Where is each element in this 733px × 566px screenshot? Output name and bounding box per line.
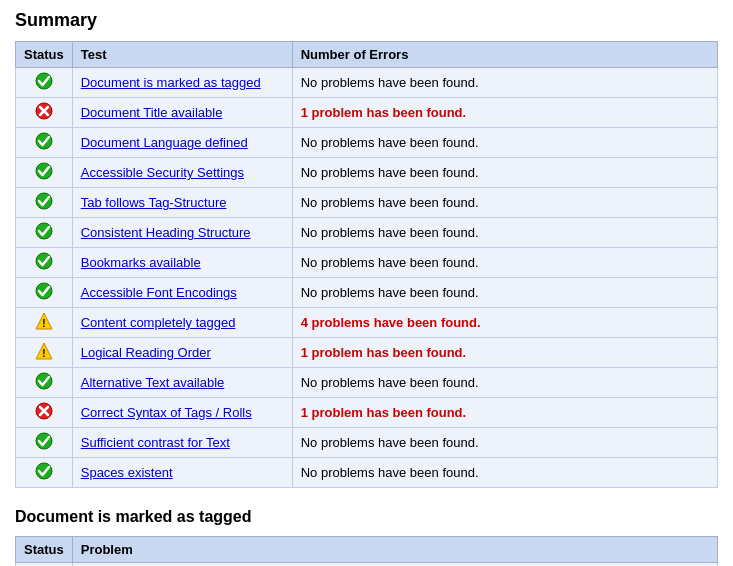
test-cell: Logical Reading Order	[72, 338, 292, 368]
warn-icon: !	[35, 318, 53, 333]
table-row: Accessible Font EncodingsNo problems hav…	[16, 278, 718, 308]
test-link[interactable]: Accessible Security Settings	[81, 165, 244, 180]
cross-icon	[35, 108, 53, 123]
test-cell: Tab follows Tag-Structure	[72, 188, 292, 218]
check-icon	[35, 372, 53, 390]
test-link[interactable]: Logical Reading Order	[81, 345, 211, 360]
error-text: 1 problem has been found.	[301, 105, 466, 120]
table-row: ! Content completely tagged4 problems ha…	[16, 308, 718, 338]
check-icon	[35, 282, 53, 300]
test-cell: Sufficient contrast for Text	[72, 428, 292, 458]
table-row: ! Logical Reading Order1 problem has bee…	[16, 338, 718, 368]
ok-text: No problems have been found.	[301, 375, 479, 390]
test-cell: Bookmarks available	[72, 248, 292, 278]
table-row: Document Language definedNo problems hav…	[16, 128, 718, 158]
detail-col-problem: Problem	[72, 537, 717, 563]
table-row: Tab follows Tag-StructureNo problems hav…	[16, 188, 718, 218]
test-link[interactable]: Content completely tagged	[81, 315, 236, 330]
col-errors: Number of Errors	[292, 42, 717, 68]
status-cell	[16, 128, 73, 158]
test-cell: Document Title available	[72, 98, 292, 128]
ok-text: No problems have been found.	[301, 285, 479, 300]
ok-text: No problems have been found.	[301, 165, 479, 180]
summary-title: Summary	[15, 10, 718, 31]
status-cell	[16, 458, 73, 488]
test-link[interactable]: Accessible Font Encodings	[81, 285, 237, 300]
test-cell: Accessible Security Settings	[72, 158, 292, 188]
status-cell	[16, 158, 73, 188]
error-cell: No problems have been found.	[292, 188, 717, 218]
status-cell	[16, 68, 73, 98]
check-icon	[35, 462, 53, 480]
test-cell: Spaces existent	[72, 458, 292, 488]
table-row: Bookmarks availableNo problems have been…	[16, 248, 718, 278]
error-cell: No problems have been found.	[292, 458, 717, 488]
test-cell: Alternative Text available	[72, 368, 292, 398]
ok-text: No problems have been found.	[301, 195, 479, 210]
col-status: Status	[16, 42, 73, 68]
test-link[interactable]: Alternative Text available	[81, 375, 225, 390]
col-test: Test	[72, 42, 292, 68]
table-row: Document is marked as taggedNo problems …	[16, 68, 718, 98]
table-row: Alternative Text availableNo problems ha…	[16, 368, 718, 398]
problem-cell: No problems have been found.	[72, 563, 717, 567]
cross-icon	[35, 408, 53, 423]
test-cell: Consistent Heading Structure	[72, 218, 292, 248]
test-link[interactable]: Sufficient contrast for Text	[81, 435, 230, 450]
check-icon	[35, 162, 53, 180]
check-icon	[35, 222, 53, 240]
test-link[interactable]: Document Language defined	[81, 135, 248, 150]
table-row: Spaces existentNo problems have been fou…	[16, 458, 718, 488]
test-cell: Document Language defined	[72, 128, 292, 158]
ok-text: No problems have been found.	[301, 465, 479, 480]
error-cell: 4 problems have been found.	[292, 308, 717, 338]
error-cell: No problems have been found.	[292, 278, 717, 308]
test-link[interactable]: Consistent Heading Structure	[81, 225, 251, 240]
test-link[interactable]: Correct Syntax of Tags / Rolls	[81, 405, 252, 420]
test-link[interactable]: Tab follows Tag-Structure	[81, 195, 227, 210]
status-cell	[16, 563, 73, 567]
check-icon	[35, 192, 53, 210]
svg-text:!: !	[42, 348, 45, 359]
table-row: Sufficient contrast for TextNo problems …	[16, 428, 718, 458]
test-link[interactable]: Document is marked as tagged	[81, 75, 261, 90]
status-cell: !	[16, 338, 73, 368]
test-cell: Accessible Font Encodings	[72, 278, 292, 308]
error-text: 1 problem has been found.	[301, 405, 466, 420]
check-icon	[35, 132, 53, 150]
error-cell: 1 problem has been found.	[292, 398, 717, 428]
warn-icon: !	[35, 348, 53, 363]
detail-col-status: Status	[16, 537, 73, 563]
error-cell: No problems have been found.	[292, 428, 717, 458]
status-cell	[16, 188, 73, 218]
status-cell	[16, 428, 73, 458]
test-cell: Content completely tagged	[72, 308, 292, 338]
ok-text: No problems have been found.	[301, 75, 479, 90]
test-link[interactable]: Spaces existent	[81, 465, 173, 480]
check-icon	[35, 252, 53, 270]
ok-text: No problems have been found.	[301, 255, 479, 270]
ok-text: No problems have been found.	[301, 435, 479, 450]
table-row: Document Title available1 problem has be…	[16, 98, 718, 128]
detail-section: Document is marked as tagged Status Prob…	[15, 508, 718, 566]
check-icon	[35, 432, 53, 450]
error-text: 4 problems have been found.	[301, 315, 481, 330]
error-cell: No problems have been found.	[292, 248, 717, 278]
table-row: Correct Syntax of Tags / Rolls1 problem …	[16, 398, 718, 428]
status-cell	[16, 398, 73, 428]
error-cell: 1 problem has been found.	[292, 98, 717, 128]
summary-table: Status Test Number of Errors Document is…	[15, 41, 718, 488]
ok-text: No problems have been found.	[301, 225, 479, 240]
error-text: 1 problem has been found.	[301, 345, 466, 360]
table-row: No problems have been found.	[16, 563, 718, 567]
status-cell	[16, 248, 73, 278]
error-cell: No problems have been found.	[292, 368, 717, 398]
test-link[interactable]: Bookmarks available	[81, 255, 201, 270]
test-link[interactable]: Document Title available	[81, 105, 223, 120]
detail-title: Document is marked as tagged	[15, 508, 718, 526]
error-cell: No problems have been found.	[292, 68, 717, 98]
error-cell: No problems have been found.	[292, 128, 717, 158]
status-cell: !	[16, 308, 73, 338]
svg-text:!: !	[42, 318, 45, 329]
status-cell	[16, 278, 73, 308]
